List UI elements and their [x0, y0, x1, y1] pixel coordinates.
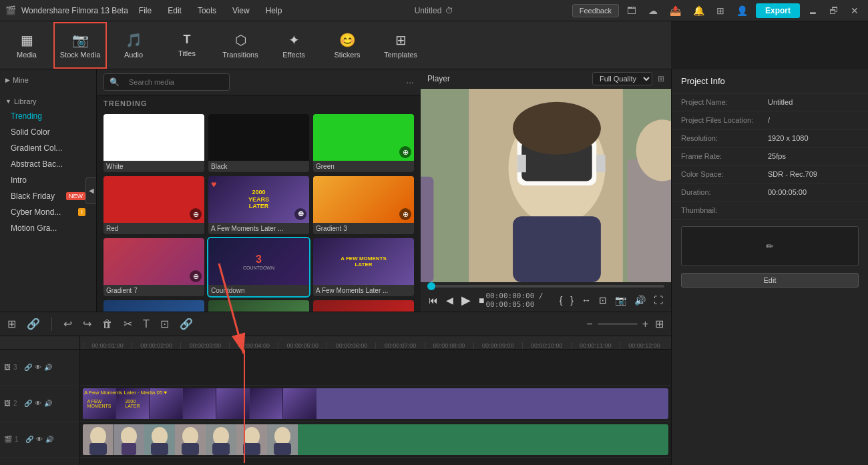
sidebar-item-abstract-bac[interactable]: Abstract Bac...	[0, 156, 96, 172]
play-prev-button[interactable]: ◀	[445, 294, 455, 307]
maximize-icon[interactable]: 🗗	[825, 4, 843, 17]
media-panel: 🔍 ··· TRENDING White Black ⊕ Green ⊕ R	[97, 69, 421, 312]
edit-thumbnail-icon[interactable]: ✏	[766, 241, 774, 252]
zoom-in-icon[interactable]: +	[640, 316, 650, 332]
sidebar-item-solid-color[interactable]: Solid Color	[0, 124, 96, 140]
library-arrow-icon: ▼	[5, 98, 11, 105]
media-item-10[interactable]	[103, 300, 204, 312]
media-item-green[interactable]: ⊕ Green	[313, 114, 414, 172]
tool-stock-media[interactable]: 📷 Stock Media	[53, 22, 107, 69]
redo-icon[interactable]: ↪	[81, 316, 93, 332]
preview-video	[421, 89, 671, 282]
seek-bar[interactable]	[427, 285, 664, 288]
track3-volume-icon[interactable]: 🔊	[44, 364, 52, 371]
project-info-header: Project Info	[672, 69, 868, 93]
panel-collapse-btn[interactable]: ◀	[85, 177, 96, 204]
sidebar-item-gradient-color[interactable]: Gradient Col...	[0, 140, 96, 156]
tool-effects[interactable]: ✦ Effects	[267, 22, 320, 69]
media-item-countdown[interactable]: 3 COUNTDOWN Countdown	[208, 238, 309, 296]
media-item-12[interactable]	[313, 300, 414, 312]
mine-header[interactable]: ▶ Mine	[0, 73, 96, 87]
media-item-few-moments[interactable]: 2000YEARSLATER ♥ ⊕ A Few Moments Later .…	[208, 176, 309, 234]
undo-icon[interactable]: ↩	[61, 316, 74, 332]
bell-icon[interactable]: 🔔	[689, 4, 708, 17]
sidebar-item-trending[interactable]: Trending	[0, 108, 96, 124]
mine-label: Mine	[13, 76, 29, 84]
menu-help[interactable]: Help	[260, 5, 288, 17]
share-icon[interactable]: 📤	[666, 4, 685, 17]
volume-button[interactable]: 🔊	[633, 294, 647, 307]
ruler-mark-4: 00:00:05:00	[278, 342, 327, 349]
media-item-white[interactable]: White	[103, 114, 204, 172]
media-item-gradient7[interactable]: ⊕ Gradient 7	[103, 238, 204, 296]
tool-titles[interactable]: T Titles	[160, 22, 214, 69]
copy-icon[interactable]: ⊡	[158, 316, 171, 332]
resolution-row: Resolution: 1920 x 1080	[672, 129, 868, 147]
sidebar-item-intro[interactable]: Intro	[0, 172, 96, 188]
tool-audio[interactable]: 🎵 Audio	[107, 22, 160, 69]
track3-visibility-icon[interactable]: 👁	[35, 364, 41, 371]
track-clip-overlay[interactable]: A FEWMOMENTS 2000LATER A Few Moments Lat…	[83, 388, 668, 419]
range-button[interactable]: ↔	[580, 294, 592, 307]
track1-volume-icon[interactable]: 🔊	[45, 436, 53, 443]
tool-templates[interactable]: ⊞ Templates	[374, 22, 427, 69]
snapshot-icon[interactable]: 🗔	[623, 4, 640, 17]
link2-icon[interactable]: 🔗	[178, 316, 195, 332]
ruler-mark-11: 00:00:12:00	[620, 342, 668, 349]
stop-button[interactable]: ■	[477, 294, 485, 307]
fit-icon[interactable]: ⊞	[653, 316, 666, 332]
media-item-few-moments2[interactable]: A FEW MOMENTSLATER A Few Moments Later .…	[313, 238, 414, 296]
feedback-button[interactable]: Feedback	[572, 4, 619, 17]
snap-icon[interactable]: ⊞	[5, 316, 18, 332]
playhead[interactable]	[244, 350, 245, 463]
play-button[interactable]: ▶	[460, 292, 472, 309]
menu-edit[interactable]: Edit	[162, 5, 187, 17]
delete-icon[interactable]: 🗑	[100, 316, 115, 332]
more-options-icon[interactable]: ···	[406, 77, 414, 87]
close-icon[interactable]: ✕	[847, 4, 863, 17]
timeline-ruler[interactable]: 00:00:01:00 00:00:02:00 00:00:03:00 00:0…	[80, 336, 671, 350]
sidebar-item-black-friday[interactable]: Black Friday NEW	[0, 188, 96, 204]
media-item-11[interactable]	[208, 300, 309, 312]
media-item-black[interactable]: Black	[208, 114, 309, 172]
track2-volume-icon[interactable]: 🔊	[44, 400, 52, 407]
tool-media[interactable]: ▦ Media	[0, 22, 53, 69]
fullscreen-button[interactable]: ⛶	[652, 294, 664, 307]
track2-link-icon[interactable]: 🔗	[24, 400, 32, 407]
menu-tools[interactable]: Tools	[192, 5, 222, 17]
sidebar-item-motion-gra[interactable]: Motion Gra...	[0, 220, 96, 236]
media-item-red[interactable]: ⊕ Red	[103, 176, 204, 234]
user-icon[interactable]: 👤	[732, 4, 752, 17]
link-icon[interactable]: 🔗	[25, 316, 42, 332]
track1-visibility-icon[interactable]: 👁	[36, 436, 43, 443]
zoom-out-icon[interactable]: −	[584, 316, 594, 332]
quality-select[interactable]: Full Quality 1/2 Quality 1/4 Quality	[592, 72, 652, 85]
apps-icon[interactable]: ⊞	[712, 4, 728, 17]
preview-settings-icon[interactable]: ⊞	[658, 74, 664, 83]
snapshot-ctrl-button[interactable]: 📷	[614, 294, 628, 307]
track3-link-icon[interactable]: 🔗	[24, 364, 32, 371]
zoom-bar[interactable]	[598, 323, 638, 325]
edit-button[interactable]: Edit	[681, 273, 859, 288]
cloud-icon[interactable]: ☁	[644, 4, 662, 17]
minimize-icon[interactable]: 🗕	[804, 4, 821, 17]
library-header[interactable]: ▼ Library	[0, 95, 96, 108]
tool-templates-label: Templates	[384, 51, 417, 59]
track-clip-main[interactable]	[83, 424, 668, 455]
track1-link-icon[interactable]: 🔗	[25, 436, 33, 443]
sidebar-item-cyber-monday[interactable]: Cyber Mond... I	[0, 204, 96, 220]
tool-transitions[interactable]: ⬡ Transitions	[214, 22, 267, 69]
export-button[interactable]: Export	[756, 3, 800, 18]
screen-button[interactable]: ⊡	[598, 294, 608, 307]
search-input[interactable]	[124, 76, 224, 88]
tool-stickers[interactable]: 😊 Stickers	[320, 22, 374, 69]
mark-in-button[interactable]: {	[558, 294, 564, 307]
cut-icon[interactable]: ✂	[122, 316, 134, 332]
menu-view[interactable]: View	[227, 5, 255, 17]
track2-visibility-icon[interactable]: 👁	[35, 400, 41, 407]
text-icon[interactable]: T	[141, 316, 152, 332]
menu-file[interactable]: File	[134, 5, 157, 17]
step-back-button[interactable]: ⏮	[427, 294, 439, 307]
mark-out-button[interactable]: }	[569, 294, 575, 307]
media-item-gradient3[interactable]: ⊕ Gradient 3	[313, 176, 414, 234]
